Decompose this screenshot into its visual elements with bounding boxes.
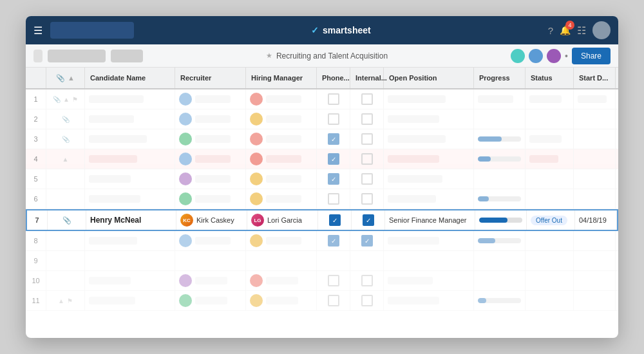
hiring-mgr-cell[interactable] <box>246 129 317 149</box>
status-cell[interactable] <box>526 149 574 169</box>
progress-cell[interactable] <box>474 89 526 109</box>
status-cell[interactable] <box>526 109 574 129</box>
table-row[interactable]: 8 ✓ ✓ <box>26 231 618 251</box>
start-date-cell[interactable] <box>574 189 616 209</box>
hiring-mgr-cell[interactable] <box>246 189 317 209</box>
internal-cell[interactable] <box>350 271 384 290</box>
hiring-manager-cell[interactable]: LG Lori Garcia <box>247 210 318 230</box>
start-date-cell[interactable] <box>574 251 616 270</box>
internal-checkbox[interactable] <box>361 93 373 105</box>
hiring-mgr-cell[interactable] <box>246 89 317 109</box>
start-date-cell[interactable] <box>574 291 616 310</box>
table-row[interactable]: 2 📎 <box>26 109 618 129</box>
internal-checkbox[interactable]: ✓ <box>361 235 373 247</box>
recruiter-cell[interactable] <box>175 149 246 169</box>
progress-cell[interactable] <box>474 271 526 290</box>
candidate-name-cell[interactable] <box>85 189 175 209</box>
candidate-name-cell[interactable] <box>85 169 175 189</box>
phone-checkbox[interactable]: ✓ <box>329 214 341 226</box>
candidate-name-cell[interactable] <box>85 149 175 169</box>
hiring-mgr-cell[interactable] <box>246 251 317 270</box>
status-cell[interactable] <box>526 89 574 109</box>
active-table-row[interactable]: 7 📎 Henry McNeal KC Kirk Caskey LG Lori … <box>26 209 618 231</box>
open-position-cell[interactable] <box>384 189 474 209</box>
phone-cell[interactable]: ✓ <box>317 149 350 169</box>
hiring-mgr-cell[interactable] <box>246 109 317 129</box>
phone-checkbox[interactable]: ✓ <box>328 153 339 165</box>
recruiter-cell[interactable] <box>175 251 246 270</box>
open-position-cell[interactable] <box>384 291 474 310</box>
phone-checkbox[interactable] <box>328 193 339 205</box>
open-position-cell[interactable]: Senior Finance Manager <box>385 210 475 230</box>
candidate-name-cell[interactable] <box>85 231 175 250</box>
recruiter-cell[interactable] <box>175 291 246 310</box>
recruiter-cell[interactable] <box>175 231 246 250</box>
recruiter-cell[interactable] <box>175 129 246 149</box>
start-date-cell[interactable] <box>574 149 616 169</box>
phone-checkbox[interactable]: ✓ <box>328 133 339 145</box>
phone-cell[interactable] <box>317 271 350 290</box>
start-date-cell[interactable] <box>574 89 616 109</box>
internal-checkbox[interactable] <box>361 173 373 185</box>
phone-checkbox[interactable]: ✓ <box>328 173 339 185</box>
table-row[interactable]: 6 <box>26 189 618 209</box>
phone-cell[interactable]: ✓ <box>317 169 350 189</box>
status-cell[interactable] <box>526 291 574 310</box>
internal-checkbox[interactable]: ✓ <box>363 214 374 226</box>
user-avatar[interactable] <box>592 21 611 39</box>
table-row[interactable]: 5 ✓ <box>26 169 618 189</box>
progress-cell[interactable] <box>474 189 526 209</box>
collaborator-avatar-3[interactable] <box>547 49 561 63</box>
recruiter-cell[interactable] <box>175 109 246 129</box>
open-position-cell[interactable] <box>384 231 474 250</box>
phone-checkbox[interactable] <box>328 295 339 306</box>
notifications-icon[interactable]: 🔔 4 <box>560 24 571 36</box>
open-position-cell[interactable] <box>384 169 474 189</box>
help-icon[interactable]: ? <box>548 25 553 36</box>
progress-cell[interactable] <box>474 231 526 250</box>
hiring-mgr-cell[interactable] <box>246 231 317 250</box>
progress-cell[interactable] <box>474 291 526 310</box>
start-date-cell[interactable] <box>574 169 616 189</box>
internal-cell[interactable] <box>350 169 384 189</box>
toolbar-sm-btn[interactable] <box>111 50 143 62</box>
hiring-mgr-cell[interactable] <box>246 291 317 310</box>
collaborator-avatar-2[interactable] <box>529 49 543 63</box>
collaborator-avatar-1[interactable] <box>511 49 525 63</box>
recruiter-cell[interactable] <box>175 89 246 109</box>
nav-search[interactable] <box>50 22 134 39</box>
table-row[interactable]: 9 <box>26 251 618 271</box>
status-cell[interactable] <box>526 251 574 270</box>
internal-cell[interactable] <box>350 251 384 270</box>
open-position-cell[interactable] <box>384 149 474 169</box>
start-date-cell[interactable] <box>574 271 616 290</box>
candidate-name-cell[interactable] <box>85 251 175 270</box>
open-position-cell[interactable] <box>384 89 474 109</box>
status-cell[interactable] <box>526 271 574 290</box>
grid-icon[interactable]: ☷ <box>577 24 586 37</box>
toolbar-text-btn[interactable] <box>48 50 106 62</box>
open-position-cell[interactable] <box>384 251 474 270</box>
phone-checkbox[interactable] <box>328 275 339 286</box>
internal-checkbox[interactable] <box>361 113 373 125</box>
internal-cell[interactable] <box>350 109 384 129</box>
phone-cell[interactable]: ✓ <box>318 210 352 230</box>
share-button[interactable]: Share <box>572 48 611 64</box>
hamburger-menu[interactable]: ☰ <box>33 24 43 37</box>
progress-cell[interactable] <box>474 149 526 169</box>
table-row[interactable]: 4 ▲ ✓ <box>26 149 618 169</box>
recruiter-cell[interactable] <box>175 169 246 189</box>
table-row[interactable]: 1 📎 ▲ ⚑ <box>26 89 618 109</box>
hiring-mgr-cell[interactable] <box>246 149 317 169</box>
internal-checkbox[interactable] <box>361 275 373 286</box>
candidate-name-cell[interactable] <box>85 271 175 290</box>
table-row[interactable]: 11 ▲ ⚑ <box>26 291 618 311</box>
status-cell[interactable] <box>526 231 574 250</box>
internal-checkbox[interactable] <box>361 133 373 145</box>
candidate-name-cell[interactable] <box>85 291 175 310</box>
candidate-name-cell[interactable] <box>85 109 175 129</box>
status-cell[interactable] <box>526 129 574 149</box>
phone-checkbox[interactable]: ✓ <box>328 235 339 247</box>
phone-cell[interactable] <box>317 89 350 109</box>
table-row[interactable]: 3 📎 ✓ <box>26 129 618 149</box>
